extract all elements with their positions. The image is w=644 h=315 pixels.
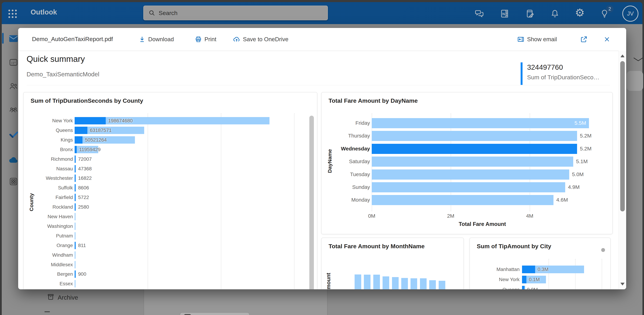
svg-text:N: N bbox=[502, 12, 505, 16]
attachment-card-partial[interactable] bbox=[180, 312, 250, 315]
people-icon[interactable] bbox=[9, 82, 18, 91]
x-tick: 2M bbox=[447, 213, 454, 219]
dialog-scrollbar[interactable] bbox=[618, 51, 626, 289]
data-label: 11959429 bbox=[79, 147, 101, 152]
y-axis-label: Rockland bbox=[24, 204, 73, 210]
data-label: 47368 bbox=[78, 166, 92, 172]
y-axis-label: Bronx bbox=[24, 147, 73, 152]
email-list-pane: Microsoft Power BI bbox=[144, 288, 328, 315]
bar-total bbox=[74, 222, 76, 230]
y-axis-label: Nassau bbox=[24, 166, 73, 172]
dayname-chart-plot: Friday5.5MThursday5.2MWednesday5.2MSatur… bbox=[322, 92, 612, 234]
gridline bbox=[602, 259, 602, 289]
scroll-down-arrow[interactable] bbox=[620, 283, 624, 286]
data-label: 5.1M bbox=[576, 159, 588, 164]
gridline bbox=[294, 114, 294, 289]
y-axis-label: Kings bbox=[24, 137, 73, 143]
bar-highlighted bbox=[74, 146, 77, 153]
print-button[interactable]: Print bbox=[195, 28, 216, 51]
bar-highlighted bbox=[74, 174, 76, 182]
todo-icon[interactable] bbox=[9, 129, 18, 139]
monthname-chart-plot bbox=[322, 238, 464, 289]
x-axis-title: Total Fare Amount bbox=[459, 221, 506, 227]
bar-total bbox=[372, 182, 565, 192]
data-label: 0.1M bbox=[529, 277, 540, 282]
onenote-icon[interactable]: N bbox=[500, 9, 509, 18]
chat-icon[interactable] bbox=[474, 9, 484, 18]
pdf-toolbar: Demo_AutoGenTaxiReport.pdf Download Prin… bbox=[18, 28, 626, 51]
save-to-onedrive-button[interactable]: Save to OneDrive bbox=[233, 28, 288, 51]
bar-highlighted bbox=[74, 136, 82, 144]
bar bbox=[439, 281, 445, 289]
close-button[interactable] bbox=[604, 28, 610, 51]
kpi-label: Sum of TripDurationSeco… bbox=[527, 74, 600, 81]
onedrive-icon[interactable] bbox=[8, 155, 19, 166]
chart-card-county: Sum of TripDurationSeconds by County Cou… bbox=[23, 92, 317, 289]
kpi-accent-bar bbox=[520, 62, 522, 85]
tipamount-chart-plot: Manhattan0.3MNew York0.1MQueens0.0M bbox=[470, 238, 610, 289]
show-email-button[interactable]: Show email bbox=[517, 28, 557, 51]
y-axis-label: Friday bbox=[322, 120, 370, 126]
gear-icon[interactable]: ⚙ bbox=[575, 7, 585, 18]
y-axis-label: Saturday bbox=[322, 159, 370, 164]
y-axis-label: Suffolk bbox=[24, 185, 73, 190]
y-axis-label: Westchester bbox=[24, 176, 73, 181]
bar-total bbox=[372, 156, 573, 167]
bar-highlighted bbox=[522, 266, 535, 273]
app-launcher-icon[interactable] bbox=[8, 10, 17, 18]
bar bbox=[364, 275, 370, 289]
groups-icon[interactable] bbox=[9, 105, 18, 115]
open-in-new-window-button[interactable] bbox=[580, 28, 588, 51]
screen: Outlook Search N ⚙ 2 JV Archive bbox=[0, 0, 644, 315]
bell-icon[interactable] bbox=[550, 9, 560, 18]
bar bbox=[373, 275, 380, 289]
report-title: Quick summary bbox=[26, 54, 85, 64]
bar-highlighted bbox=[74, 184, 76, 192]
save-to-onedrive-label: Save to OneDrive bbox=[243, 36, 288, 43]
y-axis-label: Bergen bbox=[24, 271, 73, 277]
folder-archive[interactable]: Archive bbox=[58, 294, 78, 301]
bar bbox=[401, 278, 408, 289]
y-axis-label: Windham bbox=[24, 252, 73, 258]
bar-highlighted bbox=[522, 276, 526, 284]
y-axis-label: Queens bbox=[470, 287, 520, 289]
show-email-label: Show email bbox=[527, 36, 557, 43]
y-axis-label: Richmond bbox=[24, 156, 73, 162]
mail-icon[interactable] bbox=[8, 34, 18, 44]
bar bbox=[429, 280, 436, 289]
avatar[interactable]: JV bbox=[622, 6, 638, 22]
data-label: 50521264 bbox=[85, 137, 107, 143]
print-label: Print bbox=[204, 36, 216, 43]
y-axis-label: Monday bbox=[322, 197, 370, 203]
outlook-topbar: Outlook Search N ⚙ 2 JV bbox=[2, 2, 642, 24]
search-input[interactable]: Search bbox=[143, 6, 328, 20]
y-axis-label: Fairfield bbox=[24, 195, 73, 200]
background-button-partial bbox=[627, 71, 643, 91]
data-label: 0.3M bbox=[538, 266, 548, 272]
show-email-icon bbox=[517, 36, 525, 43]
y-axis-label: Middlesex bbox=[24, 262, 73, 268]
bar-highlighted bbox=[522, 286, 524, 289]
collapsed-item-dash bbox=[44, 311, 50, 312]
notes-icon[interactable] bbox=[525, 9, 535, 18]
scrollbar-thumb[interactable] bbox=[620, 61, 625, 212]
y-axis-label: Washington bbox=[24, 224, 73, 229]
y-axis-label: Manhattan bbox=[470, 266, 520, 272]
bar-total bbox=[74, 232, 76, 240]
bar-total bbox=[372, 195, 554, 205]
scroll-up-arrow[interactable] bbox=[620, 54, 624, 57]
apps-icon[interactable] bbox=[9, 177, 18, 186]
pdf-preview-dialog: Demo_AutoGenTaxiReport.pdf Download Prin… bbox=[18, 28, 626, 289]
chart-scrollbar bbox=[309, 116, 314, 289]
bar-total bbox=[74, 252, 76, 259]
bar-total bbox=[74, 213, 76, 220]
collapse-chevron-icon[interactable] bbox=[633, 57, 644, 62]
x-tick: 4M bbox=[526, 213, 534, 219]
archive-icon[interactable] bbox=[47, 293, 54, 301]
bar-highlighted bbox=[74, 194, 76, 201]
y-axis-label: New York bbox=[24, 118, 73, 124]
data-label: 2580 bbox=[78, 204, 89, 210]
calendar-icon[interactable] bbox=[9, 58, 18, 67]
chart-card-tipamount: Sum of TipAmount by City Manhattan0.3MNe… bbox=[470, 238, 610, 289]
download-button[interactable]: Download bbox=[138, 28, 174, 51]
